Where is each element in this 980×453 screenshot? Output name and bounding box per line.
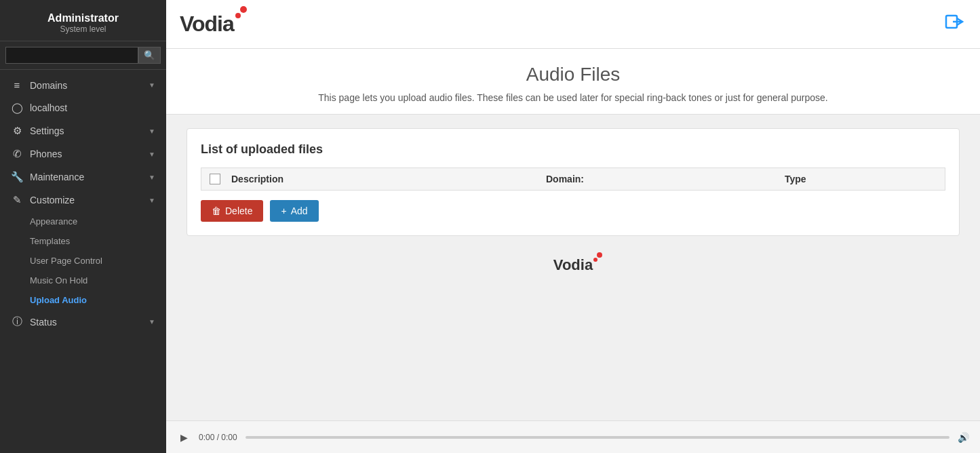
svg-point-0: [240, 6, 247, 13]
sidebar-item-music-on-hold[interactable]: Music On Hold: [0, 271, 166, 290]
trash-icon: 🗑: [212, 205, 221, 216]
audio-time: 0:00 / 0:00: [199, 433, 237, 442]
sidebar-header: Administrator System level: [0, 0, 166, 41]
svg-point-5: [593, 258, 597, 262]
pencil-icon: ✎: [11, 194, 23, 206]
sidebar-item-label: Maintenance: [30, 172, 142, 182]
audio-progress-bar[interactable]: [246, 436, 949, 439]
sidebar-item-label: Phones: [30, 149, 142, 159]
gear-icon: ⚙: [11, 125, 23, 137]
select-all-checkbox[interactable]: [210, 174, 220, 184]
sidebar-search-area: 🔍: [0, 41, 166, 70]
page-content: Audio Files This page lets you upload au…: [166, 49, 980, 453]
footer-logo-text: Vodia: [553, 256, 593, 273]
add-button[interactable]: + Add: [270, 200, 318, 222]
footer-logo: Vodia: [187, 236, 960, 281]
delete-label: Delete: [225, 205, 252, 216]
sidebar-item-localhost[interactable]: ◯ localhost: [0, 96, 166, 119]
chevron-down-icon: ▼: [149, 318, 155, 326]
logo-text: Vodia: [180, 12, 234, 36]
delete-button[interactable]: 🗑 Delete: [201, 200, 263, 222]
footer-logo-dots: [590, 252, 604, 263]
logout-icon: [943, 10, 966, 33]
top-header: Vodia: [166, 0, 980, 49]
logo: Vodia: [180, 12, 234, 37]
sidebar-item-maintenance[interactable]: 🔧 Maintenance ▼: [0, 165, 166, 189]
add-label: Add: [291, 205, 308, 216]
table-header: Description Domain: Type: [201, 168, 945, 191]
content-area: List of uploaded files Description Domai…: [166, 115, 980, 420]
sidebar-nav: ≡ Domains ▼ ◯ localhost ⚙ Settings ▼ ✆ P…: [0, 70, 166, 338]
logout-button[interactable]: [943, 10, 966, 38]
list-icon: ≡: [11, 79, 23, 91]
page-description: This page lets you upload audio files. T…: [180, 92, 966, 103]
phone-icon: ✆: [11, 148, 23, 160]
sidebar: Administrator System level 🔍 ≡ Domains ▼…: [0, 0, 166, 453]
chevron-down-icon: ▼: [149, 151, 155, 158]
card-title: List of uploaded files: [201, 142, 945, 157]
sidebar-item-customize[interactable]: ✎ Customize ▼: [0, 189, 166, 212]
sidebar-item-label: Domains: [30, 80, 142, 91]
circle-icon: ◯: [11, 102, 23, 114]
sidebar-item-phones[interactable]: ✆ Phones ▼: [0, 142, 166, 165]
chevron-down-icon: ▼: [149, 174, 155, 181]
sidebar-item-label: Settings: [30, 125, 142, 136]
col-description-header: Description: [231, 174, 535, 184]
sidebar-item-settings[interactable]: ⚙ Settings ▼: [0, 119, 166, 142]
svg-point-4: [597, 252, 602, 258]
audio-volume-icon[interactable]: 🔊: [958, 432, 969, 443]
sidebar-item-label: Customize: [30, 195, 142, 205]
plus-icon: +: [281, 205, 286, 216]
action-buttons: 🗑 Delete + Add: [201, 200, 945, 222]
sidebar-item-domains[interactable]: ≡ Domains ▼: [0, 74, 166, 96]
sidebar-item-user-page-control[interactable]: User Page Control: [0, 251, 166, 271]
col-type-header: Type: [785, 174, 937, 184]
wrench-icon: 🔧: [11, 171, 23, 183]
uploaded-files-card: List of uploaded files Description Domai…: [187, 128, 960, 236]
sidebar-item-upload-audio[interactable]: Upload Audio: [0, 290, 166, 310]
chevron-down-icon: ▼: [149, 197, 155, 204]
logo-dots-svg: [231, 6, 249, 20]
page-title: Audio Files: [180, 64, 966, 85]
audio-play-button[interactable]: ▶: [177, 432, 191, 443]
chevron-down-icon: ▼: [149, 81, 155, 89]
main-content: Vodia Audio Files This page lets you upl…: [166, 0, 980, 453]
search-button[interactable]: 🔍: [138, 47, 161, 64]
chevron-down-icon: ▼: [149, 127, 155, 135]
search-input[interactable]: [5, 47, 138, 64]
sidebar-item-status[interactable]: ⓘ Status ▼: [0, 310, 166, 334]
info-icon: ⓘ: [11, 315, 23, 328]
sidebar-item-templates[interactable]: Templates: [0, 231, 166, 251]
sidebar-item-label: localhost: [30, 102, 155, 113]
col-domain-header: Domain:: [546, 174, 774, 184]
admin-level: System level: [7, 24, 159, 34]
sidebar-item-label: Status: [30, 317, 142, 328]
svg-point-1: [235, 13, 241, 18]
admin-name: Administrator: [7, 12, 159, 24]
page-title-area: Audio Files This page lets you upload au…: [166, 49, 980, 115]
audio-player: ▶ 0:00 / 0:00 🔊: [166, 420, 980, 453]
sidebar-item-appearance[interactable]: Appearance: [0, 212, 166, 231]
